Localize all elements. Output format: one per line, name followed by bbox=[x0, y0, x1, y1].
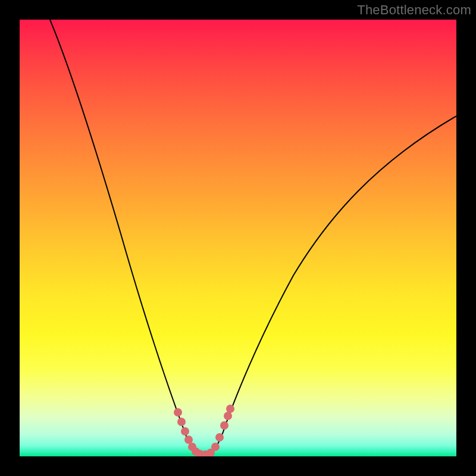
svg-point-2 bbox=[181, 427, 189, 436]
watermark-text: TheBottleneck.com bbox=[357, 2, 471, 18]
svg-point-9 bbox=[211, 443, 220, 451]
svg-point-10 bbox=[215, 433, 224, 441]
chart-plot-area bbox=[20, 20, 456, 456]
bottleneck-curve-line bbox=[50, 20, 456, 455]
svg-point-11 bbox=[220, 421, 228, 430]
highlight-dots bbox=[174, 405, 234, 456]
svg-point-0 bbox=[174, 408, 182, 416]
svg-point-1 bbox=[177, 418, 186, 426]
svg-point-3 bbox=[184, 436, 193, 444]
curve-svg bbox=[20, 20, 456, 456]
svg-point-12 bbox=[224, 412, 232, 420]
svg-point-13 bbox=[226, 405, 234, 413]
